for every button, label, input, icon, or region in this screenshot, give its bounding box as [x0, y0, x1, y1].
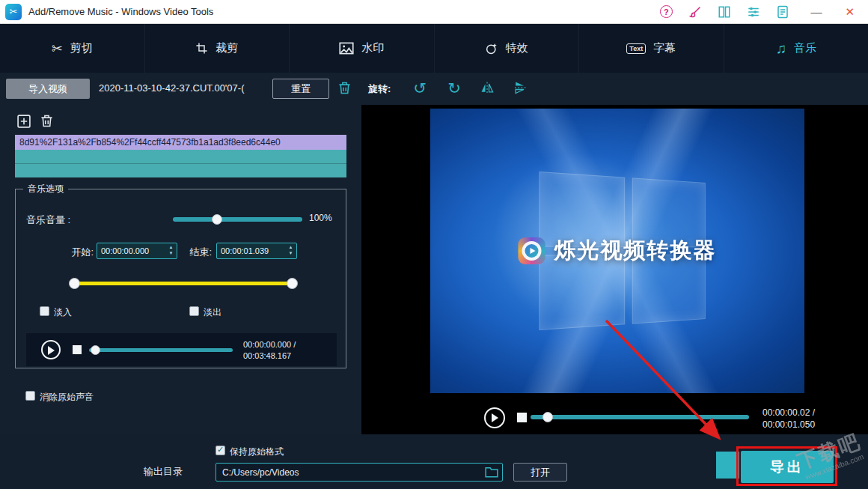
- paint-brush-icon[interactable]: [688, 4, 703, 19]
- import-video-button[interactable]: 导入视频: [6, 79, 90, 99]
- trim-start-thumb[interactable]: [69, 278, 80, 289]
- trim-end-thumb[interactable]: [287, 278, 298, 289]
- layout-icon[interactable]: [717, 4, 732, 19]
- video-time-current: 00:00:00.02 /: [762, 407, 815, 419]
- volume-slider-thumb[interactable]: [212, 214, 222, 225]
- start-time-input[interactable]: [97, 243, 177, 258]
- tab-effects-label: 特效: [506, 41, 528, 55]
- delete-music-icon[interactable]: [39, 113, 55, 129]
- output-dir-field: [216, 463, 503, 482]
- export-button[interactable]: 导出: [741, 451, 834, 483]
- video-controls: 00:00:00.02 / 00:00:01.050: [361, 402, 868, 434]
- music-time-current: 00:00:00.000 /: [243, 339, 296, 350]
- fade-out-checkbox[interactable]: [189, 306, 199, 316]
- settings-sliders-icon[interactable]: [746, 4, 761, 19]
- music-seek-thumb[interactable]: [91, 345, 100, 355]
- start-time-spinner[interactable]: [166, 243, 176, 258]
- folder-icon[interactable]: [485, 466, 498, 478]
- rotate-left-icon[interactable]: ↺: [410, 79, 430, 98]
- keep-format-checkbox[interactable]: [216, 446, 225, 455]
- tab-subtitle-label: 字幕: [653, 41, 676, 55]
- app-window: ✂ Add/Remove Music - Windows Video Tools…: [0, 0, 868, 489]
- help-icon[interactable]: ?: [658, 4, 673, 19]
- tab-cut[interactable]: ✂ 剪切: [0, 24, 145, 73]
- rotate-label: 旋转:: [368, 82, 391, 96]
- start-label: 开始:: [61, 246, 94, 259]
- rotate-right-icon[interactable]: ↻: [444, 79, 464, 98]
- sub-toolbar: 导入视频 2020-11-03-10-42-37.CUT.00'07-( 重置 …: [0, 73, 868, 105]
- video-frame: 烁光视频转换器: [430, 109, 804, 393]
- tab-crop[interactable]: 裁剪: [145, 24, 290, 73]
- video-seek-slider[interactable]: [531, 415, 749, 419]
- music-track-item[interactable]: 8d91%2F131a%2Fb854%2Ff44ccff447573fb1a1a…: [15, 135, 346, 150]
- end-time-input[interactable]: [217, 243, 296, 258]
- tab-cut-label: 剪切: [70, 41, 93, 55]
- remove-original-audio-label: 消除原始声音: [40, 391, 94, 404]
- start-time-field: [97, 243, 177, 259]
- fade-in-checkbox[interactable]: [40, 306, 49, 316]
- keep-format-label: 保持原始格式: [230, 446, 284, 458]
- music-play-button[interactable]: [41, 340, 61, 359]
- video-play-button[interactable]: [484, 407, 505, 428]
- video-time-total: 00:00:01.050: [762, 419, 815, 431]
- end-time-field: [216, 243, 297, 259]
- video-caption-text: 烁光视频转换器: [554, 236, 717, 266]
- output-dir-input[interactable]: [216, 464, 502, 481]
- tab-watermark[interactable]: 水印: [290, 24, 435, 73]
- end-label: 结束:: [182, 246, 212, 259]
- watermark-icon: [339, 42, 354, 55]
- tab-music[interactable]: ♫ 音乐: [724, 24, 868, 73]
- subtitle-text-icon: Text: [626, 43, 646, 54]
- fade-in-label: 淡入: [54, 306, 72, 319]
- document-icon[interactable]: [775, 4, 790, 19]
- crop-icon: [195, 42, 208, 55]
- effects-icon: [485, 42, 498, 55]
- video-caption: 烁光视频转换器: [519, 236, 717, 266]
- music-options-group: 音乐选项 音乐音量 : 100% 开始: 结束: 淡入: [15, 189, 346, 368]
- current-filename: 2020-11-03-10-42-37.CUT.00'07-(: [99, 82, 244, 94]
- open-button[interactable]: 打开: [513, 463, 567, 482]
- reset-button[interactable]: 重置: [272, 79, 329, 99]
- video-seek-thumb[interactable]: [542, 412, 553, 422]
- delete-video-icon[interactable]: [337, 80, 352, 96]
- video-time-display: 00:00:00.02 / 00:00:01.050: [762, 407, 815, 431]
- music-stop-button[interactable]: [73, 345, 82, 354]
- music-options-title: 音乐选项: [23, 183, 68, 195]
- tab-music-label: 音乐: [794, 41, 816, 55]
- tab-effects[interactable]: 特效: [435, 24, 580, 73]
- video-stop-button[interactable]: [517, 413, 527, 422]
- output-bar: 保持原始格式 输出目录 打开 导出: [0, 434, 868, 489]
- tab-subtitle[interactable]: Text 字幕: [579, 24, 724, 73]
- music-preview-bar: 00:00:00.000 / 00:03:48.167: [26, 333, 337, 366]
- flip-vertical-icon[interactable]: [512, 80, 531, 100]
- music-time-total: 00:03:48.167: [243, 350, 296, 362]
- music-seek-slider[interactable]: [89, 348, 233, 352]
- titlebar: ✂ Add/Remove Music - Windows Video Tools…: [0, 0, 868, 24]
- volume-value: 100%: [309, 213, 332, 223]
- output-dir-label: 输出目录: [144, 465, 183, 479]
- window-title: Add/Remove Music - Windows Video Tools: [28, 6, 213, 17]
- tab-crop-label: 裁剪: [216, 41, 238, 55]
- tab-watermark-label: 水印: [361, 41, 384, 55]
- music-time-display: 00:00:00.000 / 00:03:48.167: [243, 339, 296, 362]
- flip-horizontal-icon[interactable]: [479, 80, 498, 100]
- app-logo-icon: ✂: [5, 4, 22, 20]
- converter-logo-icon: [519, 237, 545, 264]
- volume-slider[interactable]: [173, 217, 302, 222]
- titlebar-icons: ? — ✕: [658, 4, 868, 19]
- trim-range-slider[interactable]: [74, 282, 293, 285]
- close-button[interactable]: ✕: [845, 5, 855, 19]
- scissors-icon: ✂: [52, 40, 63, 57]
- remove-original-audio-checkbox[interactable]: [25, 391, 35, 401]
- volume-label: 音乐音量 :: [26, 213, 70, 227]
- minimize-button[interactable]: —: [810, 5, 822, 18]
- music-note-icon: ♫: [776, 41, 786, 55]
- fade-out-label: 淡出: [204, 306, 221, 319]
- waveform-midline: [15, 163, 346, 164]
- music-panel: 8d91%2F131a%2Fb854%2Ff44ccff447573fb1a1a…: [0, 105, 361, 434]
- end-time-spinner[interactable]: [286, 243, 296, 258]
- main-nav: ✂ 剪切 裁剪 水印 特效 Text 字幕 ♫ 音乐: [0, 24, 868, 73]
- add-music-icon[interactable]: [16, 114, 31, 129]
- waveform-display[interactable]: [15, 150, 346, 177]
- export-accent-block[interactable]: [716, 452, 739, 479]
